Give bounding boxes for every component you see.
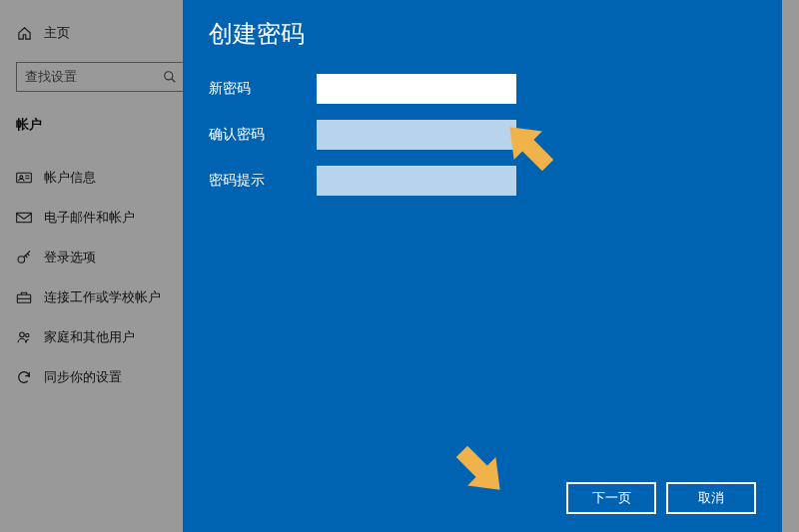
next-button-label: 下一页 — [592, 489, 631, 507]
field-row-password-hint: 密码提示 — [209, 166, 756, 196]
next-button[interactable]: 下一页 — [566, 482, 656, 514]
confirm-password-label: 确认密码 — [209, 126, 317, 144]
cancel-button-label: 取消 — [698, 489, 724, 507]
password-hint-label: 密码提示 — [209, 172, 317, 190]
field-row-confirm-password: 确认密码 — [209, 120, 756, 150]
create-password-dialog: 创建密码 新密码 确认密码 密码提示 下一页 取消 — [183, 0, 782, 532]
dialog-footer: 下一页 取消 — [209, 482, 756, 518]
cancel-button[interactable]: 取消 — [666, 482, 756, 514]
settings-window: 主页 查找设置 帐户 帐户信息 电子邮件和帐户 登录选项 — [0, 0, 799, 532]
password-hint-input[interactable] — [317, 166, 516, 196]
dialog-title: 创建密码 — [209, 18, 756, 50]
confirm-password-input[interactable] — [317, 120, 516, 150]
new-password-label: 新密码 — [209, 80, 317, 98]
new-password-input[interactable] — [317, 74, 516, 104]
field-row-new-password: 新密码 — [209, 74, 756, 104]
